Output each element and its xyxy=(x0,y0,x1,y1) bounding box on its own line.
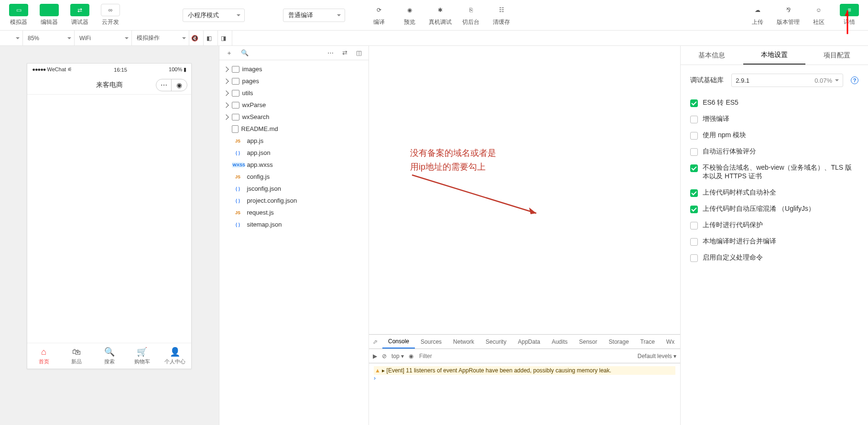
folder-pages[interactable]: pages xyxy=(219,75,369,87)
setting-ES6 转 [interactable]: ES6 转 ES5 xyxy=(690,98,858,107)
inspect-icon[interactable]: ⬀ xyxy=(373,338,378,345)
setting-上传代码时自[interactable]: 上传代码时自动压缩混淆 （UglifyJs） xyxy=(690,205,858,213)
chevron-right-icon xyxy=(223,102,228,108)
云开发-button[interactable]: ∞云开发 xyxy=(96,2,125,29)
真机调试-button[interactable]: ✱真机调试 xyxy=(425,2,455,29)
上传-button[interactable]: ☁上传 xyxy=(743,2,772,29)
context-selector[interactable]: top ▾ xyxy=(391,353,404,360)
play-icon[interactable]: ▶ xyxy=(373,353,377,360)
setting-不校验合法域[interactable]: 不校验合法域名、web-view（业务域名）、TLS 版本以及 HTTPS 证书 xyxy=(690,163,858,181)
split-icon[interactable]: ◫ xyxy=(356,49,362,56)
capsule-button[interactable]: ⋯ ◉ xyxy=(156,79,187,91)
checkbox[interactable] xyxy=(690,116,698,123)
tab-搜索[interactable]: 🔍搜索 xyxy=(93,343,126,369)
device-dropdown[interactable] xyxy=(0,31,23,45)
setting-增强编译[interactable]: 增强编译 xyxy=(690,115,858,123)
setting-上传代码时样[interactable]: 上传代码时样式自动补全 xyxy=(690,188,858,197)
checkbox-label: 本地编译时进行合并编译 xyxy=(703,237,776,246)
setting-启用自定义处[interactable]: 启用自定义处理命令 xyxy=(690,253,858,262)
compile-dropdown[interactable]: 普通编译 xyxy=(283,9,345,22)
devtools-tab-sources[interactable]: Sources xyxy=(415,335,447,349)
社区-button[interactable]: ☺社区 xyxy=(804,2,834,29)
zoom-dropdown[interactable]: 85% xyxy=(23,31,75,45)
mute-button[interactable]: 🔇 xyxy=(189,31,204,45)
编辑器-button[interactable]: 编辑器 xyxy=(34,2,64,29)
checkbox[interactable] xyxy=(690,189,698,197)
file-app.wxss[interactable]: WXSSapp.wxss xyxy=(219,159,369,171)
file-app.json[interactable]: { }app.json xyxy=(219,147,369,159)
sim-status-bar: ●●●●● WeChat ⚟ 16:15 100% ▮ xyxy=(27,64,191,76)
版本管理-button[interactable]: ⅋版本管理 xyxy=(773,2,803,29)
details-tab-项目配置[interactable]: 项目配置 xyxy=(805,46,868,65)
search-icon[interactable]: 🔍 xyxy=(241,49,249,56)
folder-utils[interactable]: utils xyxy=(219,87,369,99)
checkbox[interactable] xyxy=(690,132,698,140)
details-tab-本地设置[interactable]: 本地设置 xyxy=(743,46,806,65)
dock-left-button[interactable]: ◧ xyxy=(204,31,218,45)
devtools-tab-appdata[interactable]: AppData xyxy=(512,335,546,349)
capsule-close-icon[interactable]: ◉ xyxy=(172,79,187,91)
folder-wxParse[interactable]: wxParse xyxy=(219,99,369,111)
filter-input[interactable] xyxy=(418,352,633,360)
levels-selector[interactable]: Default levels ▾ xyxy=(638,353,676,360)
tab-新品[interactable]: 🛍新品 xyxy=(60,343,93,369)
setting-自动运行体验[interactable]: 自动运行体验评分 xyxy=(690,147,858,156)
mode-dropdown[interactable]: 小程序模式 xyxy=(183,9,245,22)
devtools-tab-security[interactable]: Security xyxy=(480,335,512,349)
checkbox[interactable] xyxy=(690,238,698,246)
folder-images[interactable]: images xyxy=(219,63,369,75)
console-prompt[interactable]: › xyxy=(374,375,675,381)
devtools-tab-audits[interactable]: Audits xyxy=(546,335,573,349)
collapse-icon[interactable]: ⇄ xyxy=(342,49,347,56)
checkbox[interactable] xyxy=(690,99,698,107)
tab-首页[interactable]: ⌂首页 xyxy=(27,343,60,369)
js-icon: JS xyxy=(232,210,244,216)
more-icon[interactable]: ⋯ xyxy=(327,49,334,56)
file-jsconfig.json[interactable]: { }jsconfig.json xyxy=(219,183,369,195)
new-file-button[interactable]: ＋ xyxy=(226,49,232,57)
details-tab-基本信息[interactable]: 基本信息 xyxy=(681,46,743,65)
setting-上传时进行代[interactable]: 上传时进行代码保护 xyxy=(690,221,858,229)
devtools-tab-sensor[interactable]: Sensor xyxy=(574,335,603,349)
devtools-tab-network[interactable]: Network xyxy=(447,335,480,349)
dock-right-button[interactable]: ◨ xyxy=(218,31,232,45)
setting-使用 npm[interactable]: 使用 npm 模块 xyxy=(690,131,858,140)
network-dropdown[interactable]: WiFi xyxy=(75,31,132,45)
file-config.js[interactable]: JSconfig.js xyxy=(219,171,369,183)
tab-个人中心[interactable]: 👤个人中心 xyxy=(159,343,192,369)
setting-本地编译时进[interactable]: 本地编译时进行合并编译 xyxy=(690,237,858,246)
battery-label: 100% xyxy=(169,66,182,72)
clear-icon[interactable]: ⊘ xyxy=(382,353,387,360)
devtools-tab-storage[interactable]: Storage xyxy=(603,335,635,349)
main-area: ●●●●● WeChat ⚟ 16:15 100% ▮ 来客电商 ⋯ ◉ ⌂首页… xyxy=(0,46,868,425)
help-icon[interactable]: ? xyxy=(851,76,858,84)
file-request.js[interactable]: JSrequest.js xyxy=(219,207,369,218)
file-app.js[interactable]: JSapp.js xyxy=(219,135,369,147)
checkbox[interactable] xyxy=(690,148,698,156)
checkbox[interactable] xyxy=(690,254,698,262)
模拟器-button[interactable]: ▭模拟器 xyxy=(4,2,33,29)
file-project.config.json[interactable]: { }project.config.json xyxy=(219,195,369,207)
file-sitemap.json[interactable]: { }sitemap.json xyxy=(219,218,369,230)
切后台-button[interactable]: ⎘切后台 xyxy=(456,2,486,29)
chevron-right-icon xyxy=(223,78,228,84)
checkbox[interactable] xyxy=(690,164,698,172)
devtools-tab-console[interactable]: Console xyxy=(382,335,415,349)
debug-lib-select[interactable]: 2.9.1 0.07% xyxy=(731,74,843,87)
tab-购物车[interactable]: 🛒购物车 xyxy=(126,343,159,369)
checkbox[interactable] xyxy=(690,222,698,229)
devtools-tab-trace[interactable]: Trace xyxy=(635,335,661,349)
预览-button[interactable]: ◉预览 xyxy=(395,2,424,29)
调试器-button[interactable]: ⇄调试器 xyxy=(65,2,95,29)
devtools-tab-wx[interactable]: Wx xyxy=(661,335,680,349)
mock-dropdown[interactable]: 模拟操作 xyxy=(132,31,189,45)
checkbox[interactable] xyxy=(690,206,698,213)
file-README.md[interactable]: README.md xyxy=(219,123,369,135)
folder-icon xyxy=(232,114,239,120)
folder-wxSearch[interactable]: wxSearch xyxy=(219,111,369,123)
capsule-menu-icon[interactable]: ⋯ xyxy=(156,79,172,91)
清缓存-button[interactable]: ☷清缓存 xyxy=(487,2,516,29)
eye-icon[interactable]: ◉ xyxy=(409,353,413,360)
编译-button[interactable]: ⟳编译 xyxy=(364,2,394,29)
详情-button[interactable]: ≡详情 xyxy=(835,2,864,29)
